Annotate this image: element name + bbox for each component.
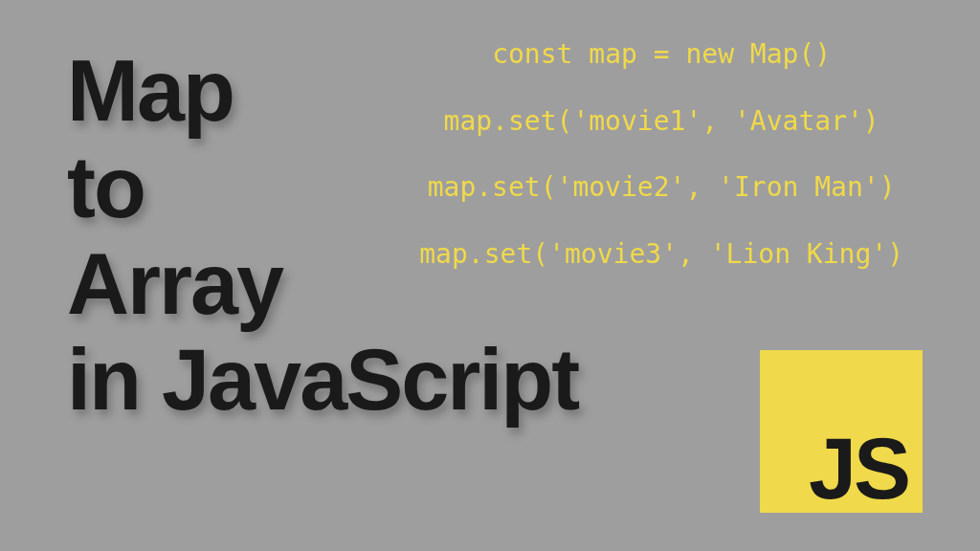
code-snippet: const map = new Map() map.set('movie1', …	[419, 38, 903, 304]
js-logo-text: JS	[809, 434, 908, 505]
code-line-4: map.set('movie3', 'Lion King')	[419, 238, 903, 271]
code-line-1: const map = new Map()	[419, 38, 903, 71]
code-line-3: map.set('movie2', 'Iron Man')	[419, 171, 903, 204]
javascript-logo: JS	[760, 350, 923, 513]
code-line-2: map.set('movie1', 'Avatar')	[419, 105, 903, 138]
title-line-4: in JavaScript	[67, 332, 578, 429]
